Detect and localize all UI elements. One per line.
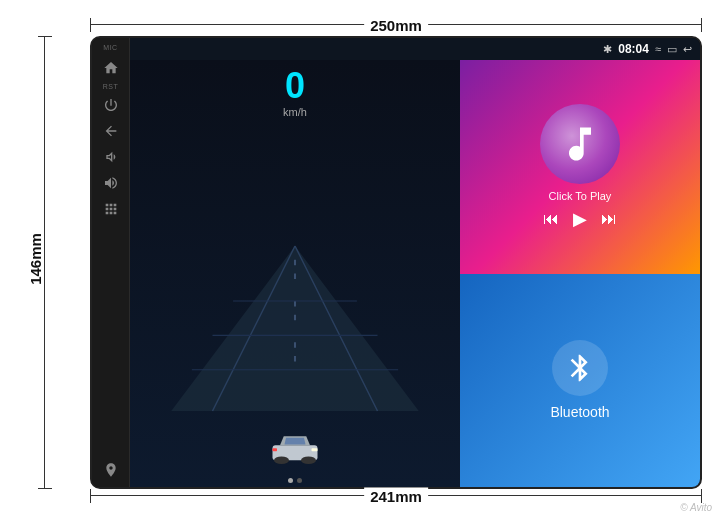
road-speed-view: 0 km/h bbox=[130, 60, 460, 487]
device-frame: MIC RST bbox=[90, 36, 702, 489]
music-controls[interactable]: ⏮ ▶ ⏭ bbox=[543, 208, 617, 230]
next-button[interactable]: ⏭ bbox=[601, 210, 617, 228]
sidebar-power-icon[interactable] bbox=[98, 94, 124, 116]
main-screen: ✱ 08:04 ≈ ▭ ↩ 0 km/h bbox=[130, 38, 700, 487]
dot-indicators bbox=[288, 478, 302, 483]
signal-icon: ≈ bbox=[655, 43, 661, 55]
svg-point-12 bbox=[301, 457, 316, 465]
play-button[interactable]: ▶ bbox=[573, 208, 587, 230]
back-status-icon: ↩ bbox=[683, 43, 692, 56]
speed-unit: km/h bbox=[283, 106, 307, 118]
svg-rect-14 bbox=[273, 448, 278, 451]
sidebar-nav-icon[interactable] bbox=[98, 459, 124, 481]
sidebar-vol-down-icon[interactable] bbox=[98, 146, 124, 168]
speed-display: 0 km/h bbox=[283, 68, 307, 118]
top-dimension-label: 250mm bbox=[364, 17, 428, 34]
bluetooth-icon-circle bbox=[552, 340, 608, 396]
click-to-play-label: Click To Play bbox=[549, 190, 612, 202]
bottom-dimension-group: 241mm bbox=[90, 489, 702, 503]
bluetooth-icon bbox=[564, 352, 596, 384]
right-panels: Click To Play ⏮ ▶ ⏭ bbox=[460, 60, 700, 487]
avito-watermark: © Avito bbox=[680, 502, 712, 513]
bluetooth-status-icon: ✱ bbox=[603, 43, 612, 56]
bluetooth-label: Bluetooth bbox=[550, 404, 609, 420]
car-svg bbox=[265, 429, 325, 469]
mic-label: MIC bbox=[103, 44, 117, 51]
dot-1 bbox=[288, 478, 293, 483]
svg-point-11 bbox=[274, 457, 289, 465]
left-dimension-line-group bbox=[38, 36, 52, 489]
top-dimension-group: 250mm bbox=[90, 18, 702, 32]
screen-icon: ▭ bbox=[667, 43, 677, 56]
svg-rect-13 bbox=[312, 448, 318, 451]
prev-button[interactable]: ⏮ bbox=[543, 210, 559, 228]
status-bar: ✱ 08:04 ≈ ▭ ↩ bbox=[130, 38, 700, 60]
music-panel[interactable]: Click To Play ⏮ ▶ ⏭ bbox=[460, 60, 700, 274]
sidebar-back-icon[interactable] bbox=[98, 120, 124, 142]
content-area: 0 km/h bbox=[130, 60, 700, 487]
dot-2 bbox=[297, 478, 302, 483]
speed-value: 0 bbox=[285, 68, 305, 104]
sidebar-apps-icon[interactable] bbox=[98, 198, 124, 220]
road-svg bbox=[130, 60, 460, 487]
sidebar-home-icon[interactable] bbox=[98, 57, 124, 79]
rst-label: RST bbox=[103, 83, 119, 90]
svg-marker-15 bbox=[285, 438, 306, 445]
status-time: 08:04 bbox=[618, 42, 649, 56]
page-wrapper: 146mm 250mm 241mm MIC RST bbox=[0, 0, 720, 517]
music-note-icon bbox=[540, 104, 620, 184]
bluetooth-panel[interactable]: Bluetooth bbox=[460, 274, 700, 488]
sidebar-vol-up-icon[interactable] bbox=[98, 172, 124, 194]
device-sidebar: MIC RST bbox=[92, 38, 130, 487]
bottom-dimension-label: 241mm bbox=[364, 488, 428, 505]
